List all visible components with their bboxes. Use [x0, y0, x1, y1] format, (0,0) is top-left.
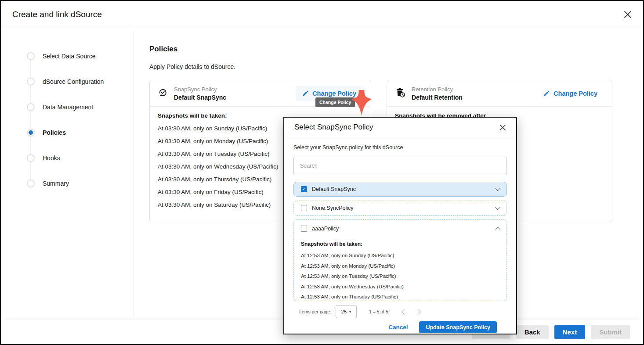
page-range-label: 1 – 5 of 5: [369, 309, 388, 314]
change-policy-label: Change Policy: [312, 90, 356, 97]
modal-close-icon[interactable]: [499, 124, 506, 131]
aaaapolicy-schedule-list: At 12:53 AM, only on Sunday (US/Pacific)…: [301, 253, 499, 301]
expanded-schedule-heading: Snapshots will be taken:: [301, 241, 499, 247]
select-snapsync-policy-modal: Select SnapSync Policy Select your SnapS…: [283, 117, 517, 334]
update-snapsync-policy-button[interactable]: Update SnapSync Policy: [419, 321, 497, 333]
step-label: Hooks: [43, 155, 60, 162]
chevron-down-icon[interactable]: [495, 186, 500, 191]
step-label: Summary: [43, 180, 69, 187]
items-per-page-select[interactable]: 25 ▾: [336, 305, 357, 318]
policy-name: Default SnapSync: [174, 93, 226, 101]
modal-title: Select SnapSync Policy: [294, 123, 373, 132]
policy-option-none-syncpolicy[interactable]: None:SyncPolicy: [293, 201, 507, 216]
policy-option-aaaapolicy-row[interactable]: aaaaPolicy: [301, 220, 499, 237]
policy-option-label: Default SnapSync: [312, 186, 356, 192]
window-header: Create and link dSource: [1, 1, 643, 28]
policy-option-aaaapolicy-expanded: aaaaPolicy Snapshots will be taken: At 1…: [293, 219, 507, 301]
schedule-line: At 12:53 AM, only on Monday (US/Pacific): [301, 263, 499, 274]
modal-body: Select your SnapSync policy for this dSo…: [284, 137, 516, 333]
annotation-arrow-icon: [351, 90, 372, 117]
search-placeholder: Search: [300, 163, 318, 169]
retention-trash-clock-icon: [395, 87, 405, 100]
step-label: dSource Configuration: [43, 78, 104, 85]
check-glyph: ✓: [302, 187, 306, 191]
wizard-stepper: Select Data Source dSource Configuration…: [1, 29, 134, 196]
page-title: Policies: [149, 45, 612, 54]
step-data-management[interactable]: Data Management: [1, 94, 134, 120]
checkbox-checked-icon[interactable]: ✓: [301, 186, 307, 192]
sidebar-divider: [134, 31, 134, 316]
step-label: Policies: [43, 129, 66, 136]
next-button[interactable]: Next: [554, 325, 586, 339]
chevron-down-icon[interactable]: [495, 205, 500, 210]
items-per-page-value: 25: [341, 309, 347, 314]
modal-subtitle: Select your SnapSync policy for this dSo…: [293, 144, 507, 151]
modal-footer: Cancel Update SnapSync Policy: [293, 318, 507, 333]
schedule-line: At 12:53 AM, only on Wednesday (US/Pacif…: [301, 284, 499, 295]
step-circle: [27, 103, 35, 111]
change-policy-tooltip: Change Policy: [315, 97, 355, 107]
step-select-data-source[interactable]: Select Data Source: [1, 43, 134, 69]
modal-header: Select SnapSync Policy: [284, 118, 516, 137]
policy-search-input[interactable]: Search: [293, 157, 507, 175]
close-icon[interactable]: [624, 11, 632, 18]
snapsync-icon: [158, 87, 168, 99]
step-circle: [27, 154, 35, 162]
schedule-line: At 12:53 AM, only on Thursday (US/Pacifi…: [301, 294, 499, 301]
pagination-bar: Items per page: 25 ▾ 1 – 5 of 5: [293, 305, 507, 318]
previous-page-icon[interactable]: [402, 309, 407, 315]
schedule-line: At 12:53 AM, only on Sunday (US/Pacific): [301, 253, 499, 263]
change-retention-policy-button[interactable]: Change Policy: [537, 86, 604, 101]
policy-option-label: None:SyncPolicy: [312, 205, 354, 211]
step-label: Data Management: [43, 104, 93, 111]
step-label: Select Data Source: [43, 53, 96, 60]
policy-option-default-snapsync[interactable]: ✓ Default SnapSync: [293, 182, 507, 197]
page-subtitle: Apply Policy details to dSource.: [149, 63, 612, 70]
change-policy-label: Change Policy: [554, 90, 597, 97]
submit-button[interactable]: Submit: [591, 325, 630, 339]
pencil-icon: [302, 90, 308, 97]
retention-card-titles: Retention Policy Default Retention: [412, 86, 463, 101]
chevron-up-icon[interactable]: [495, 227, 500, 232]
step-policies-active[interactable]: Policies: [1, 120, 134, 145]
step-hooks[interactable]: Hooks: [1, 145, 134, 171]
modal-cancel-button[interactable]: Cancel: [388, 324, 408, 331]
policy-type-label: Retention Policy: [412, 86, 463, 93]
step-circle: [27, 52, 35, 60]
items-per-page-label: Items per page:: [299, 309, 331, 314]
retention-card-header: Retention Policy Default Retention Chang…: [387, 80, 612, 107]
step-circle-active: [27, 129, 35, 137]
policy-name: Default Retention: [412, 93, 463, 101]
step-dsource-configuration[interactable]: dSource Configuration: [1, 69, 134, 94]
caret-down-icon: ▾: [349, 310, 351, 314]
window-title: Create and link dSource: [12, 10, 102, 19]
create-dsource-window: Create and link dSource Select Data Sour…: [0, 0, 644, 345]
next-page-icon[interactable]: [415, 309, 421, 315]
schedule-line: At 12:53 AM, only on Tuesday (US/Pacific…: [301, 273, 499, 284]
back-button[interactable]: Back: [516, 325, 549, 339]
step-circle: [27, 180, 35, 187]
checkbox-unchecked-icon[interactable]: [301, 226, 307, 232]
checkbox-unchecked-icon[interactable]: [301, 205, 307, 211]
step-summary[interactable]: Summary: [1, 171, 134, 196]
step-circle: [27, 78, 35, 86]
snapsync-card-titles: SnapSync Policy Default SnapSync: [174, 86, 226, 101]
policy-option-label: aaaaPolicy: [312, 226, 339, 232]
policy-type-label: SnapSync Policy: [174, 86, 226, 93]
pencil-icon: [543, 90, 550, 97]
